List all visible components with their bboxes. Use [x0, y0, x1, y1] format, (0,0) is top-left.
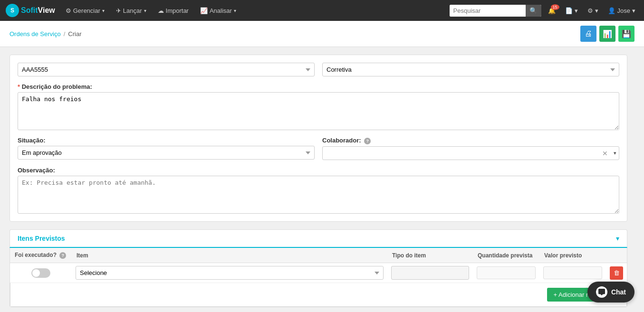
qty-cell: 0,00 — [473, 263, 539, 283]
search-button[interactable]: 🔍 — [526, 5, 541, 17]
form-row-vehicle-type: AAA5555 Corretiva — [18, 63, 619, 76]
search-box: 🔍 — [450, 5, 541, 17]
notifications-badge: 15 — [551, 4, 559, 10]
chevron-down-icon: ▾ — [144, 8, 146, 13]
executed-toggle-wrapper — [14, 268, 68, 278]
breadcrumb-current: Criar — [68, 30, 81, 38]
launch-icon: ✈ — [116, 7, 121, 14]
col-header-value: Valor previsto — [539, 248, 606, 263]
col-header-delete — [606, 248, 627, 263]
section-header: Itens Previstos ▾ — [10, 229, 627, 248]
observacao-label: Observação: — [18, 167, 619, 174]
nav-importar[interactable]: ☁ Importar — [153, 4, 193, 17]
chevron-down-icon: ▾ — [632, 7, 635, 14]
colaborador-clear-button[interactable]: ✕ — [602, 150, 608, 157]
form-card-top: AAA5555 Corretiva * Descrição do problem… — [10, 55, 627, 222]
settings-button[interactable]: ⚙ ▾ — [585, 5, 601, 16]
description-textarea[interactable]: Falha nos freios — [18, 92, 619, 130]
navbar-right: 🔍 🔔 15 📄 ▾ ⚙ ▾ 👤 Jose ▾ — [450, 5, 638, 17]
colaborador-input[interactable]: José Maria — [322, 146, 619, 160]
col-header-type: Tipo do item — [387, 248, 473, 263]
items-table: Foi executado? ? Item Tipo do item Quant… — [10, 248, 627, 283]
chat-bubble-icon — [598, 289, 605, 295]
search-input[interactable] — [450, 5, 526, 17]
col-header-item: Item — [72, 248, 387, 263]
form-group-vehicle: AAA5555 — [18, 63, 315, 76]
breadcrumb-separator: / — [64, 30, 66, 38]
user-name: Jose — [617, 7, 630, 14]
gear-icon: ⚙ — [66, 7, 71, 14]
situacao-label: Situação: — [18, 137, 315, 144]
action-button-1[interactable]: 🖨 — [580, 26, 596, 42]
type-input[interactable] — [391, 266, 469, 280]
value-input[interactable]: 0,00 — [543, 266, 602, 279]
main-content: AAA5555 Corretiva * Descrição do problem… — [0, 47, 637, 312]
delete-cell: 🗑 — [606, 263, 627, 283]
chart-icon: 📈 — [200, 7, 208, 14]
form-row-situacao-colaborador: Situação: Em aprovação Colaborador: ? Jo… — [18, 137, 619, 160]
form-group-observacao: Observação: — [18, 167, 619, 214]
breadcrumb-actions: 🖨 📊 💾 — [580, 26, 634, 42]
nav-analisar[interactable]: 📈 Analisar ▾ — [195, 4, 241, 17]
help-icon[interactable]: ? — [364, 138, 371, 144]
brand: S SofitView — [6, 4, 55, 17]
form-group-description: * Descrição do problema: Falha nos freio… — [18, 83, 619, 130]
help-icon-executed[interactable]: ? — [59, 252, 66, 259]
col-header-qty: Quantidade prevista — [473, 248, 539, 263]
executed-toggle[interactable] — [31, 268, 50, 278]
colaborador-wrapper: José Maria ✕ ▾ — [322, 146, 619, 160]
colaborador-dropdown-button[interactable]: ▾ — [614, 150, 616, 156]
navbar: S SofitView ⚙ Gerenciar ▾ ✈ Lançar ▾ ☁ I… — [0, 0, 644, 21]
items-table-head: Foi executado? ? Item Tipo do item Quant… — [10, 248, 627, 263]
delete-row-button[interactable]: 🗑 — [610, 266, 623, 280]
qty-input[interactable]: 0,00 — [477, 266, 536, 279]
brand-logo: S — [6, 4, 19, 17]
section-toggle[interactable]: ▾ — [616, 235, 619, 242]
action-button-2[interactable]: 📊 — [599, 26, 615, 42]
table-footer: + Adicionar novo Item — [10, 283, 627, 307]
cloud-icon: ☁ — [158, 7, 164, 14]
items-table-wrapper: Foi executado? ? Item Tipo do item Quant… — [10, 248, 627, 307]
itens-previstos-section: Itens Previstos ▾ Foi executado? ? Item … — [10, 229, 627, 307]
form-group-type: Corretiva — [322, 63, 619, 76]
breadcrumb: Ordens de Serviço / Criar — [10, 30, 81, 38]
breadcrumb-bar: Ordens de Serviço / Criar 🖨 📊 💾 — [0, 21, 644, 47]
chevron-down-icon: ▾ — [595, 7, 598, 14]
chat-icon — [596, 286, 607, 298]
value-cell: 0,00 — [539, 263, 606, 283]
col-header-executed: Foi executado? ? — [10, 248, 72, 263]
form-group-colaborador: Colaborador: ? José Maria ✕ ▾ — [322, 137, 619, 160]
items-table-body: Selecione 0,00 0,00 🗑 — [10, 263, 627, 283]
form-group-situacao: Situação: Em aprovação — [18, 137, 315, 160]
chevron-down-icon: ▾ — [575, 7, 578, 14]
type-select[interactable]: Corretiva — [322, 63, 619, 76]
chevron-down-icon: ▾ — [234, 8, 236, 13]
breadcrumb-parent[interactable]: Ordens de Serviço — [10, 30, 61, 38]
documents-button[interactable]: 📄 ▾ — [562, 5, 581, 16]
chat-button[interactable]: Chat — [587, 282, 634, 303]
executed-cell — [10, 263, 72, 283]
type-cell — [387, 263, 473, 283]
action-button-3[interactable]: 💾 — [618, 26, 634, 42]
colaborador-label: Colaborador: ? — [322, 137, 619, 144]
description-label: * Descrição do problema: — [18, 83, 619, 90]
nav-gerenciar[interactable]: ⚙ Gerenciar ▾ — [61, 4, 109, 17]
notifications-button[interactable]: 🔔 15 — [545, 5, 558, 16]
chevron-down-icon: ▾ — [102, 8, 105, 13]
section-title: Itens Previstos — [18, 235, 65, 242]
table-row: Selecione 0,00 0,00 🗑 — [10, 263, 627, 283]
observacao-textarea[interactable] — [18, 176, 619, 214]
user-menu[interactable]: 👤 Jose ▾ — [605, 5, 638, 16]
item-select[interactable]: Selecione — [76, 266, 384, 280]
brand-name: SofitView — [21, 6, 55, 15]
situacao-select[interactable]: Em aprovação — [18, 146, 315, 160]
vehicle-select[interactable]: AAA5555 — [18, 63, 315, 76]
item-cell: Selecione — [72, 263, 387, 283]
nav-lancar[interactable]: ✈ Lançar ▾ — [111, 4, 151, 17]
chat-label: Chat — [611, 288, 626, 296]
